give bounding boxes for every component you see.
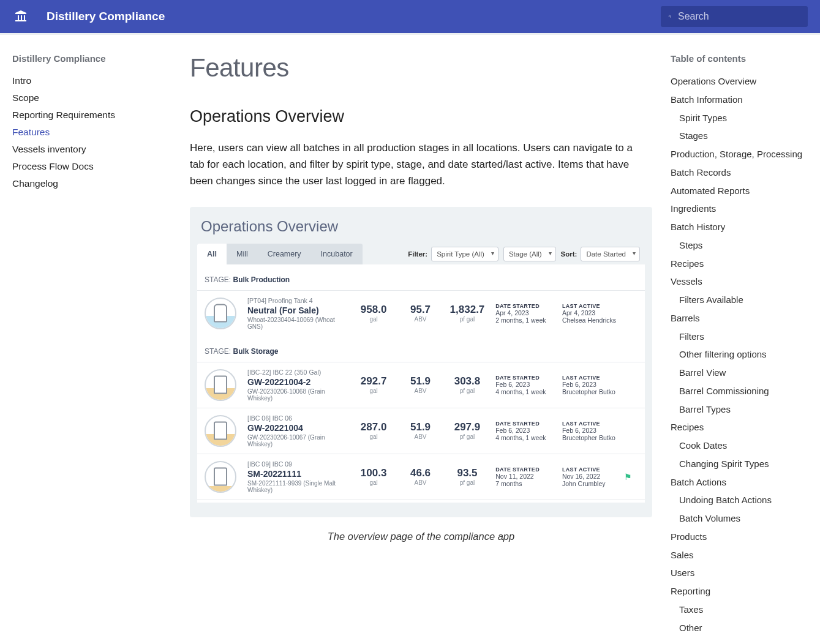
batch-row[interactable]: [PT04] Proofing Tank 4Neutral (For Sale)… [197,290,645,336]
toc-item[interactable]: Barrel Commissioning [671,382,820,400]
batch-info: [IBC 06] IBC 06GW-20221004GW-20230206-10… [247,414,350,447]
last-active: LAST ACTIVEFeb 6, 2023Brucetopher Butko [562,421,624,441]
batch-name: Neutral (For Sale) [247,305,350,315]
section-lead: Here, users can view all batches in all … [190,140,643,190]
toc-item[interactable]: Barrels [671,309,820,328]
batch-row[interactable]: [IBC-22] IBC 22 (350 Gal)GW-20221004-2GW… [197,362,645,408]
stat-pfgal: 1,832.7pf gal [444,304,491,323]
stat-abv: 51.9ABV [397,421,443,440]
location-tab[interactable]: Mill [227,244,258,264]
sidebar-item[interactable]: Reporting Requirements [12,107,171,124]
toc-item[interactable]: Sales [671,546,820,564]
toc-item[interactable]: Automated Reports [671,182,820,200]
toc-item[interactable]: Batch Information [671,91,820,109]
toc-item[interactable]: Other [671,619,820,637]
toc-item[interactable]: Production, Storage, Processing [671,145,820,163]
sidebar-item[interactable]: Vessels inventory [12,141,171,158]
toc-item[interactable]: Batch Records [671,163,820,182]
toc-item[interactable]: Vessels [671,272,820,291]
toc-item[interactable]: Undoing Batch Actions [671,491,820,509]
batch-detail: GW-20230206-10068 (Grain Whiskey) [247,388,350,402]
toc-item[interactable]: Operations Overview [671,72,820,91]
location-tab[interactable]: Creamery [258,244,311,264]
batch-row[interactable]: [IBC 09] IBC 09SM-20221111SM-20221111-99… [197,454,645,500]
stat-gal: 958.0gal [350,304,397,323]
vessel-label: [PT04] Proofing Tank 4 [247,297,350,304]
stat-gal: 287.0gal [350,421,397,440]
left-sidebar: Distillery Compliance IntroScopeReportin… [12,53,171,637]
stat-gal: 100.3gal [350,467,397,486]
toc-item[interactable]: Barrel Types [671,400,820,419]
toc-item[interactable]: Taxes [671,601,820,619]
vessel-label: [IBC 09] IBC 09 [247,460,350,468]
toc-item[interactable]: Batch Volumes [671,509,820,528]
toc-item[interactable]: Recipes [671,418,820,436]
batch-name: SM-20221111 [247,469,350,479]
toc-item[interactable]: Steps [671,236,820,255]
vessel-icon [205,298,236,329]
toc-item[interactable]: Users [671,564,820,582]
batch-name: GW-20221004 [247,423,350,433]
location-tab[interactable]: All [197,244,227,264]
stat-abv: 46.6ABV [397,467,443,486]
vessel-label: [IBC-22] IBC 22 (350 Gal) [247,369,350,376]
date-started: DATE STARTEDFeb 6, 20234 months, 1 week [495,421,557,441]
filter-stage[interactable]: Stage (All) [503,247,556,261]
sidebar-item[interactable]: Process Flow Docs [12,158,171,175]
batch-row[interactable]: [IBC 06] IBC 06GW-20221004GW-20230206-10… [197,408,645,454]
toc-item[interactable]: Barrel View [671,364,820,382]
stage-heading-2: STAGE: Bulk Storage [197,336,645,362]
stage-heading-1: STAGE: Bulk Production [197,264,645,290]
stat-pfgal: 297.9pf gal [444,421,491,440]
toc-item[interactable]: Stages [671,127,820,145]
toc-item[interactable]: Batch History [671,218,820,236]
table-of-contents: Table of contents Operations OverviewBat… [671,53,820,637]
sidebar-heading: Distillery Compliance [12,53,171,64]
stat-pfgal: 303.8pf gal [444,375,491,394]
sort-select[interactable]: Date Started [581,247,640,261]
toc-item[interactable]: Ingredients [671,200,820,218]
batch-info: [IBC 09] IBC 09SM-20221111SM-20221111-99… [247,460,350,493]
toc-heading: Table of contents [671,53,820,64]
stat-abv: 95.7ABV [397,304,443,323]
stat-abv: 51.9ABV [397,375,443,394]
toc-item[interactable]: Recipes [671,255,820,273]
toc-item[interactable]: Other filtering options [671,345,820,364]
toc-item[interactable]: Filters Available [671,291,820,309]
location-tab[interactable]: Incubator [311,244,363,264]
stat-pfgal: 93.5pf gal [444,467,491,486]
changed-flag-icon: ⚑ [624,472,638,482]
sidebar-item[interactable]: Features [12,124,171,141]
app-logo-icon [12,8,29,25]
mock-toolbar: AllMillCreameryIncubator Filter: Spirit … [190,244,652,264]
search-box[interactable] [661,6,808,27]
vessel-icon [205,369,236,401]
batch-detail: GW-20230206-10067 (Grain Whiskey) [247,434,350,447]
toc-item[interactable]: Filters [671,328,820,346]
sidebar-item[interactable]: Scope [12,89,171,107]
batch-info: [PT04] Proofing Tank 4Neutral (For Sale)… [247,297,350,330]
filter-spirit-type[interactable]: Spirit Type (All) [431,247,498,261]
top-header: Distillery Compliance [0,0,820,33]
toc-item[interactable]: Spirit Types [671,109,820,127]
sidebar-item[interactable]: Intro [12,72,171,89]
date-started: DATE STARTEDApr 4, 20232 months, 1 week [495,303,557,324]
app-screenshot: Operations Overview AllMillCreameryIncub… [190,207,652,517]
batch-detail: Whoat-20230404-10069 (Whoat GNS) [247,316,350,330]
toc-item[interactable]: Reporting [671,582,820,601]
mock-title: Operations Overview [190,218,652,244]
date-started: DATE STARTEDNov 11, 20227 months [495,466,557,487]
toc-item[interactable]: Batch Actions [671,473,820,492]
search-icon [668,10,672,23]
batch-info: [IBC-22] IBC 22 (350 Gal)GW-20221004-2GW… [247,369,350,402]
toc-item[interactable]: Cook Dates [671,436,820,455]
toc-item[interactable]: Changing Spirit Types [671,455,820,473]
filter-label: Filter: [408,250,427,258]
vessel-icon [205,415,236,447]
batch-name: GW-20221004-2 [247,377,350,387]
app-title: Distillery Compliance [47,10,661,23]
search-input[interactable] [678,11,800,22]
sidebar-item[interactable]: Changelog [12,175,171,192]
last-active: LAST ACTIVEFeb 6, 2023Brucetopher Butko [562,375,624,395]
toc-item[interactable]: Products [671,528,820,546]
